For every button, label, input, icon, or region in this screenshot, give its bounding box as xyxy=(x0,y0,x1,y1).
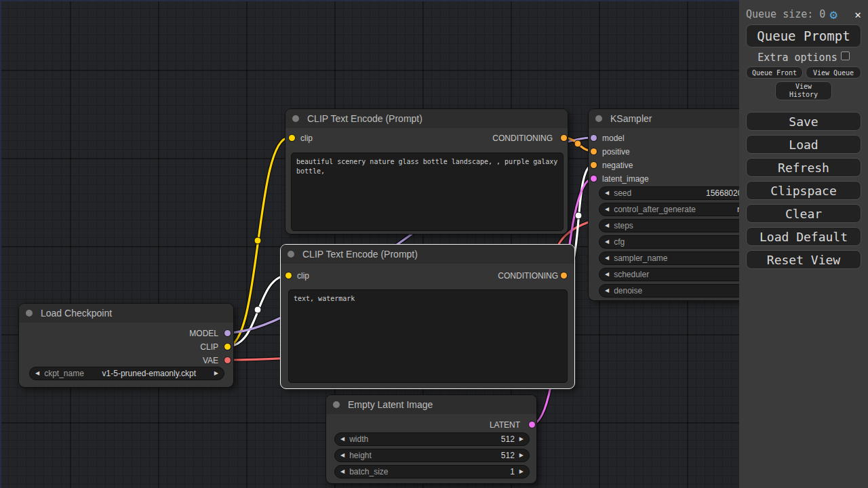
decrement-arrow-icon[interactable]: ◀ xyxy=(340,449,344,462)
input-label-negative: negative xyxy=(602,161,633,170)
input-port-latent-image[interactable] xyxy=(591,176,597,182)
widget-label: height xyxy=(349,451,372,460)
output-label-model: MODEL xyxy=(189,329,218,338)
output-port-model[interactable] xyxy=(224,330,231,336)
increment-arrow-icon[interactable]: ▶ xyxy=(519,449,524,462)
extra-options-checkbox[interactable] xyxy=(841,52,850,60)
output-port-conditioning[interactable] xyxy=(561,272,567,279)
link-dot-clip-negative xyxy=(254,306,261,313)
reset-view-button[interactable]: Reset View xyxy=(746,250,861,269)
queue-prompt-button[interactable]: Queue Prompt xyxy=(746,24,861,47)
widget-height[interactable]: ◀ height 512 ▶ xyxy=(334,449,530,462)
settings-gear-icon[interactable]: ⚙ xyxy=(829,7,837,21)
queue-size-label: Queue size: 0 xyxy=(746,8,825,20)
link-dot-positive-cond xyxy=(574,140,581,147)
collapse-dot-icon[interactable] xyxy=(292,115,299,122)
widget-label: seed xyxy=(614,188,631,198)
widget-value: 512 xyxy=(501,451,515,460)
input-port-model[interactable] xyxy=(591,135,597,141)
decrement-arrow-icon[interactable]: ◀ xyxy=(340,432,344,446)
input-label-positive: positive xyxy=(602,147,630,157)
output-port-vae[interactable] xyxy=(224,357,231,363)
node-title: Load Checkpoint xyxy=(41,308,112,319)
widget-value: 512 xyxy=(501,434,515,444)
node-title: KSampler xyxy=(610,113,652,124)
collapse-dot-icon[interactable] xyxy=(26,310,33,317)
widget-label: cfg xyxy=(614,237,625,247)
output-label-conditioning: CONDITIONING xyxy=(492,134,553,143)
node-load-checkpoint: Load Checkpoint MODEL CLIP VAE ◀ ckpt_na… xyxy=(18,303,234,388)
collapse-dot-icon[interactable] xyxy=(595,115,602,122)
queue-front-button[interactable]: Queue Front xyxy=(746,66,803,79)
widget-label: steps xyxy=(614,221,633,230)
widget-label: control_after_generate xyxy=(614,205,696,214)
widget-label: ckpt_name xyxy=(44,369,84,378)
input-label-clip: clip xyxy=(300,134,313,143)
decrement-arrow-icon[interactable]: ◀ xyxy=(340,465,344,479)
node-empty-latent-image: Empty Latent Image LATENT ◀ width 512 ▶ … xyxy=(326,394,537,484)
input-port-positive[interactable] xyxy=(591,148,597,155)
node-clip-text-encode-positive: CLIP Text Encode (Prompt) clip CONDITION… xyxy=(285,108,568,235)
decrement-arrow-icon[interactable]: ◀ xyxy=(605,284,609,298)
widget-label: sampler_name xyxy=(614,253,667,263)
clipspace-button[interactable]: Clipspace xyxy=(746,181,861,200)
decrement-arrow-icon[interactable]: ◀ xyxy=(605,186,609,200)
load-button[interactable]: Load xyxy=(746,135,861,154)
clear-button[interactable]: Clear xyxy=(746,204,861,223)
queue-status-row: Queue size: 0 ⚙ ✕ xyxy=(746,7,861,22)
widget-ckpt-name[interactable]: ◀ ckpt_name v1-5-pruned-emaonly.ckpt ▶ xyxy=(29,367,224,380)
input-port-clip[interactable] xyxy=(289,135,295,141)
node-graph-canvas[interactable]: CLIP Text Encode (Prompt) clip CONDITION… xyxy=(0,0,868,488)
input-label-model: model xyxy=(602,134,625,143)
positive-prompt-textarea[interactable]: beautiful scenery nature glass bottle la… xyxy=(291,152,564,231)
collapse-dot-icon[interactable] xyxy=(288,251,294,258)
node-clip-text-encode-negative: CLIP Text Encode (Prompt) clip CONDITION… xyxy=(280,244,575,389)
node-title: Empty Latent Image xyxy=(348,399,433,410)
link-dot-negative-cond xyxy=(575,212,582,219)
widget-label: denoise xyxy=(614,286,642,296)
decrement-arrow-icon[interactable]: ◀ xyxy=(605,235,609,249)
collapse-dot-icon[interactable] xyxy=(333,401,340,408)
input-label-clip: clip xyxy=(297,271,309,281)
node-title-bar[interactable]: CLIP Text Encode (Prompt) xyxy=(285,109,568,128)
output-label-latent: LATENT xyxy=(490,420,520,430)
view-queue-button[interactable]: View Queue xyxy=(806,66,861,79)
widget-width[interactable]: ◀ width 512 ▶ xyxy=(334,432,530,446)
decrement-arrow-icon[interactable]: ◀ xyxy=(605,203,609,216)
node-title-bar[interactable]: Load Checkpoint xyxy=(19,304,233,323)
node-title-bar[interactable]: Empty Latent Image xyxy=(326,395,536,414)
input-port-negative[interactable] xyxy=(591,162,597,168)
extra-options-label: Extra options xyxy=(757,52,837,64)
output-port-latent[interactable] xyxy=(529,422,535,428)
input-port-clip[interactable] xyxy=(285,272,292,279)
next-arrow-icon[interactable]: ▶ xyxy=(214,367,218,380)
comfy-menu-panel: Queue size: 0 ⚙ ✕ Queue Prompt Extra opt… xyxy=(739,0,868,488)
output-label-clip: CLIP xyxy=(200,342,218,352)
output-port-conditioning[interactable] xyxy=(561,135,567,141)
close-icon[interactable]: ✕ xyxy=(854,8,861,21)
decrement-arrow-icon[interactable]: ◀ xyxy=(605,268,609,281)
increment-arrow-icon[interactable]: ▶ xyxy=(519,432,524,446)
view-history-button[interactable]: View History xyxy=(775,81,832,100)
widget-batch-size[interactable]: ◀ batch_size 1 ▶ xyxy=(334,465,530,479)
widget-label: width xyxy=(349,434,368,444)
load-default-button[interactable]: Load Default xyxy=(746,227,861,246)
output-label-vae: VAE xyxy=(203,356,218,365)
node-title: CLIP Text Encode (Prompt) xyxy=(302,249,418,260)
node-title: CLIP Text Encode (Prompt) xyxy=(307,113,422,124)
refresh-button[interactable]: Refresh xyxy=(746,158,861,177)
prev-arrow-icon[interactable]: ◀ xyxy=(35,367,39,380)
decrement-arrow-icon[interactable]: ◀ xyxy=(605,251,609,265)
negative-prompt-textarea[interactable]: text, watermark xyxy=(288,289,568,383)
decrement-arrow-icon[interactable]: ◀ xyxy=(605,219,609,232)
output-label-conditioning: CONDITIONING xyxy=(498,271,558,281)
widget-label: batch_size xyxy=(349,467,388,476)
node-title-bar[interactable]: CLIP Text Encode (Prompt) xyxy=(281,245,574,264)
widget-value: 1 xyxy=(510,467,515,476)
widget-label: scheduler xyxy=(614,270,649,279)
extra-options-row: Extra options xyxy=(739,52,868,64)
increment-arrow-icon[interactable]: ▶ xyxy=(519,465,524,479)
save-button[interactable]: Save xyxy=(746,112,861,131)
output-port-clip[interactable] xyxy=(224,344,231,350)
link-dot-clip-positive xyxy=(254,237,261,244)
